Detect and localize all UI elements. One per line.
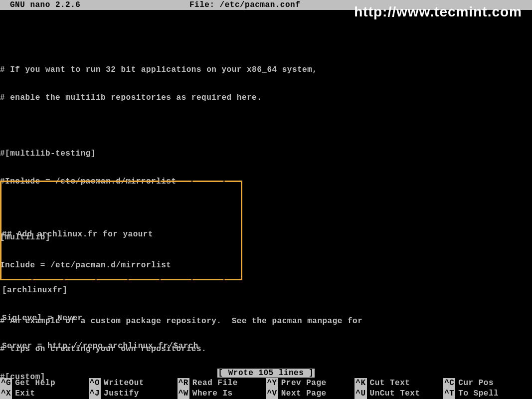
file-label: File: /etc/pacman.conf <box>189 0 300 10</box>
shortcut-key: ^V <box>266 389 278 399</box>
shortcut-justify[interactable]: ^J Justify <box>89 389 177 399</box>
app-name: GNU nano 2.2.6 <box>0 0 189 10</box>
shortcut-label: Where Is <box>189 389 233 399</box>
shortcut-key: ^W <box>177 389 189 399</box>
shortcut-key: ^K <box>355 378 366 389</box>
shortcut-label: Exit <box>12 389 35 399</box>
shortcut-bar: ^G Get Help ^O WriteOut ^R Read File ^Y … <box>0 378 532 399</box>
shortcut-to-spell[interactable]: ^T To Spell <box>443 389 532 399</box>
shortcut-get-help[interactable]: ^G Get Help <box>0 378 89 389</box>
shortcut-label: Next Page <box>278 389 327 399</box>
shortcut-label: Cur Pos <box>455 378 494 389</box>
highlighted-lines: ## Add archlinux.fr for yaourt [archlinu… <box>2 184 198 360</box>
watermark-text: http://www.tecmint.com <box>354 4 522 20</box>
shortcut-cur-pos[interactable]: ^C Cur Pos <box>443 378 532 389</box>
shortcut-read-file[interactable]: ^R Read File <box>177 378 266 389</box>
shortcut-next-page[interactable]: ^V Next Page <box>266 389 355 399</box>
status-text: [ Wrote 105 lines ] <box>217 369 315 378</box>
shortcut-label: Read File <box>189 378 238 389</box>
file-line: # enable the multilib repositories as re… <box>0 93 532 103</box>
shortcut-uncut-text[interactable]: ^U UnCut Text <box>355 389 443 399</box>
file-line: #[multilib-testing] <box>0 149 532 159</box>
shortcut-label: Get Help <box>12 378 55 389</box>
file-line: # If you want to run 32 bit applications… <box>0 65 532 75</box>
shortcut-label: Cut Text <box>367 378 410 389</box>
shortcut-label: Justify <box>101 389 139 399</box>
shortcut-label: UnCut Text <box>367 389 420 399</box>
shortcut-exit[interactable]: ^X Exit <box>0 389 89 399</box>
shortcut-label: To Spell <box>455 389 499 399</box>
shortcut-label: Prev Page <box>278 378 327 389</box>
file-line: Server = http://repo.archlinux.fr/$arch <box>2 341 198 351</box>
shortcut-key: ^U <box>355 389 366 399</box>
file-line <box>2 257 198 267</box>
shortcut-key: ^X <box>0 389 12 399</box>
shortcut-key: ^G <box>0 378 12 389</box>
file-line: ## Add archlinux.fr for yaourt <box>2 229 198 239</box>
shortcut-label: WriteOut <box>101 378 144 389</box>
shortcut-writeout[interactable]: ^O WriteOut <box>89 378 177 389</box>
file-line <box>2 201 198 211</box>
shortcut-key: ^R <box>177 378 189 389</box>
shortcut-prev-page[interactable]: ^Y Prev Page <box>266 378 355 389</box>
file-line <box>0 37 532 47</box>
shortcut-key: ^Y <box>266 378 278 389</box>
status-line: [ Wrote 105 lines ] <box>0 368 532 378</box>
shortcut-key: ^T <box>443 389 455 399</box>
shortcut-where-is[interactable]: ^W Where Is <box>177 389 266 399</box>
file-line: SigLevel = Never <box>2 313 198 323</box>
file-line <box>0 121 532 131</box>
file-line: [archlinuxfr] <box>2 285 198 295</box>
shortcut-key: ^C <box>443 378 455 389</box>
shortcut-key: ^J <box>89 389 101 399</box>
shortcut-cut-text[interactable]: ^K Cut Text <box>355 378 443 389</box>
shortcut-key: ^O <box>89 378 101 389</box>
